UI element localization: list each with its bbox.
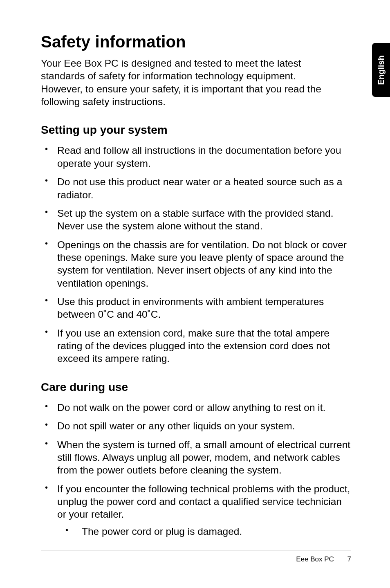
list-item: When the system is turned off, a small a… bbox=[41, 438, 351, 477]
section-heading-care: Care during use bbox=[41, 381, 351, 394]
language-tab-label: English bbox=[377, 55, 386, 85]
list-item: Do not spill water or any other liquids … bbox=[41, 420, 351, 432]
list-item: Do not walk on the power cord or allow a… bbox=[41, 401, 351, 414]
list-item-text: If you encounter the following technical… bbox=[57, 483, 350, 520]
footer-page-number: 7 bbox=[347, 555, 351, 563]
list-item: Set up the system on a stable surface wi… bbox=[41, 207, 351, 233]
list-item: If you encounter the following technical… bbox=[41, 483, 351, 538]
page-footer: Eee Box PC 7 bbox=[41, 550, 351, 563]
sub-list: The power cord or plug is damaged. bbox=[57, 525, 351, 538]
list-item: Do not use this product near water or a … bbox=[41, 175, 351, 201]
list-item: Use this product in environments with am… bbox=[41, 295, 351, 321]
page-title: Safety information bbox=[41, 33, 351, 51]
sub-list-item: The power cord or plug is damaged. bbox=[57, 525, 351, 538]
list-item: If you use an extension cord, make sure … bbox=[41, 327, 351, 365]
footer-label: Eee Box PC bbox=[296, 555, 334, 563]
intro-paragraph: Your Eee Box PC is designed and tested t… bbox=[41, 57, 327, 108]
list-item: Read and follow all instructions in the … bbox=[41, 144, 351, 170]
setup-list: Read and follow all instructions in the … bbox=[41, 144, 351, 365]
care-list: Do not walk on the power cord or allow a… bbox=[41, 401, 351, 538]
list-item: Openings on the chassis are for ventilat… bbox=[41, 238, 351, 290]
section-heading-setup: Setting up your system bbox=[41, 123, 351, 137]
language-tab: English bbox=[372, 43, 390, 97]
